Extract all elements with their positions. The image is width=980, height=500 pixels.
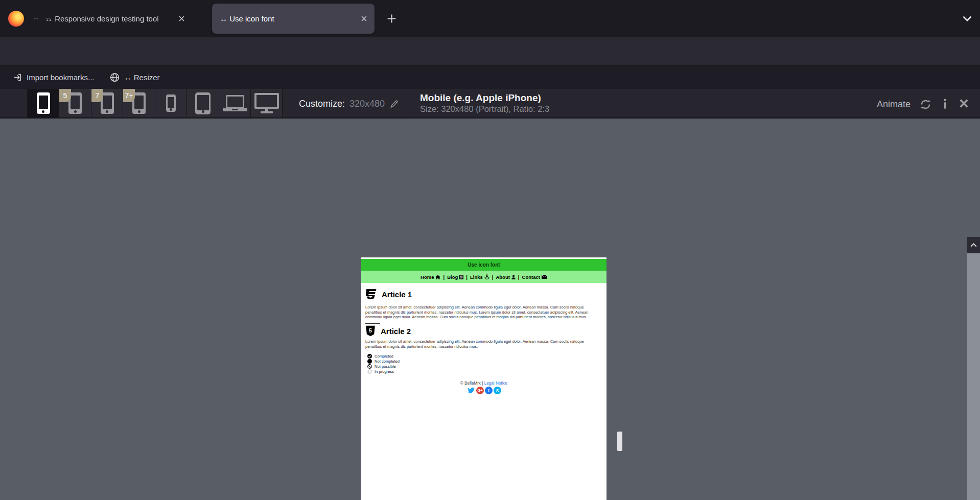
list-item-label: Not completed xyxy=(375,359,400,364)
resize-drag-handle[interactable] xyxy=(617,432,622,451)
horizontal-rule xyxy=(365,323,380,324)
nav-separator: | xyxy=(518,274,520,280)
filled-circle-icon xyxy=(367,359,372,364)
import-icon xyxy=(13,73,22,82)
nav-link-home[interactable]: Home xyxy=(421,274,440,280)
list-item: Completed xyxy=(367,353,400,359)
nav-link-contact[interactable]: Contact xyxy=(522,274,547,280)
chevron-up-icon xyxy=(970,243,977,247)
copyright-text: © BellaMrx | xyxy=(460,381,483,386)
list-item-label: In progress xyxy=(375,369,394,374)
nav-link-blog[interactable]: Blog xyxy=(447,274,463,280)
tab-close-icon[interactable] xyxy=(361,16,367,21)
google-plus-icon[interactable]: G+ xyxy=(476,387,484,394)
bookmark-label: ↔ Resizer xyxy=(124,73,160,82)
window-scrollbar[interactable] xyxy=(967,237,980,500)
social-icons-row: G+ f S xyxy=(361,387,606,394)
article1-body: Lorem ipsum dolor sit amet, consectetuer… xyxy=(365,305,599,320)
device-button-desktop[interactable] xyxy=(250,89,283,117)
info-icon[interactable] xyxy=(943,99,947,109)
nav-separator: | xyxy=(466,274,468,280)
device-button-iphone5[interactable]: 5 xyxy=(59,89,91,117)
article2-heading: 5 Article 2 xyxy=(365,325,411,337)
tab-use-icon-font-active[interactable]: ↔ Use icon font xyxy=(212,4,375,34)
close-resizer-icon[interactable] xyxy=(959,99,969,108)
twitter-icon[interactable] xyxy=(467,387,475,394)
article1-heading: Article 1 xyxy=(365,289,412,299)
spinner-icon xyxy=(367,369,372,374)
bookmark-resizer[interactable]: ↔ Resizer xyxy=(105,73,165,82)
bookmark-import-bookmarks[interactable]: Import bookmarks... xyxy=(8,73,100,82)
list-item-label: Completed xyxy=(375,354,393,359)
check-circle-icon xyxy=(367,354,372,359)
tab-close-icon[interactable] xyxy=(179,16,184,21)
device-button-iphone7[interactable]: 7 xyxy=(91,89,123,117)
scroll-up-button[interactable] xyxy=(967,237,980,253)
newspaper-icon xyxy=(459,275,463,279)
laptop-icon xyxy=(223,95,247,112)
anchor-icon xyxy=(484,274,489,279)
nav-label: Home xyxy=(421,274,434,280)
device-button-tablet[interactable] xyxy=(186,89,219,117)
customize-value: 320x480 xyxy=(349,99,385,109)
status-list: Completed Not completed Not possible In … xyxy=(367,353,400,374)
list-all-tabs-chevron-icon[interactable] xyxy=(963,16,972,22)
svg-text:S: S xyxy=(496,388,499,393)
svg-text:G+: G+ xyxy=(477,388,483,393)
device-title: Mobile (e.g. Apple iPhone) xyxy=(420,92,541,104)
envelope-icon xyxy=(542,275,547,279)
nav-label: Links xyxy=(470,274,483,280)
ban-icon xyxy=(367,364,372,369)
device-button-mobile-active[interactable] xyxy=(27,89,59,117)
facebook-icon[interactable]: f xyxy=(485,387,493,394)
device-badge: 5 xyxy=(59,89,71,102)
firefox-logo-icon[interactable] xyxy=(8,11,24,27)
customize-size-control[interactable]: Customize: 320x480 xyxy=(299,90,399,117)
css3-icon xyxy=(365,289,377,299)
desktop-monitor-icon xyxy=(254,93,279,113)
device-badge: 7+ xyxy=(123,89,135,102)
article-title: Article 1 xyxy=(382,290,412,299)
nav-separator: | xyxy=(443,274,445,280)
svg-text:5: 5 xyxy=(369,327,372,334)
nav-label: Contact xyxy=(522,274,540,280)
device-size-info: Size: 320x480 (Portrait), Ratio: 2:3 xyxy=(420,104,549,114)
scrollbar-thumb[interactable] xyxy=(967,253,980,500)
nav-link-links[interactable]: Links xyxy=(470,274,489,280)
bookmarks-toolbar: Import bookmarks... ↔ Resizer xyxy=(0,65,980,89)
navigation-toolbar: 127.0.0.1:5500/7_StylingWithCSS/Part_3/i… xyxy=(0,37,980,65)
tab-bar: ↔ ↔ ↔ Responsive design testing tool ↔ U… xyxy=(0,0,980,37)
mobile-preview-frame: Use icon font Home | Blog | Links | xyxy=(361,257,606,500)
browser-window: ↔ ↔ ↔ Responsive design testing tool ↔ U… xyxy=(0,0,980,500)
home-icon xyxy=(435,275,440,279)
list-item-label: Not possible xyxy=(375,364,396,369)
small-phone-icon xyxy=(166,94,176,112)
globe-icon xyxy=(110,73,120,82)
list-item: Not completed xyxy=(367,359,400,364)
refresh-loop-icon[interactable] xyxy=(920,99,931,110)
article-title: Article 2 xyxy=(381,327,411,336)
content-area: Use icon font Home | Blog | Links | xyxy=(0,118,980,500)
tab-title: ↔ Responsive design testing tool xyxy=(45,14,179,23)
legal-notice-link[interactable]: Legal Notice xyxy=(484,381,508,386)
device-button-laptop[interactable] xyxy=(219,89,250,117)
skype-icon[interactable]: S xyxy=(494,387,501,394)
nav-separator: | xyxy=(492,274,494,280)
nav-link-about[interactable]: About xyxy=(496,274,515,280)
nav-label: About xyxy=(496,274,509,280)
tab-title: ↔ Use icon font xyxy=(220,14,361,23)
user-icon xyxy=(511,275,516,279)
preview-nav-bar: Home | Blog | Links | About | xyxy=(361,271,606,283)
customize-label: Customize: xyxy=(299,99,345,109)
new-tab-button[interactable] xyxy=(387,14,396,23)
bookmark-label: Import bookmarks... xyxy=(27,73,95,82)
list-item: In progress xyxy=(367,369,400,374)
tablet-icon xyxy=(195,92,211,114)
animate-button[interactable]: Animate xyxy=(877,99,911,110)
device-button-iphone7plus[interactable]: 7+ xyxy=(123,89,155,117)
tab-responsive-design-testing[interactable]: ↔ Responsive design testing tool xyxy=(45,0,198,37)
phone-icon xyxy=(37,92,50,114)
preview-footer: © BellaMrx | Legal Notice xyxy=(361,381,606,386)
device-button-small-phone[interactable] xyxy=(155,89,186,117)
pencil-edit-icon[interactable] xyxy=(389,99,399,109)
